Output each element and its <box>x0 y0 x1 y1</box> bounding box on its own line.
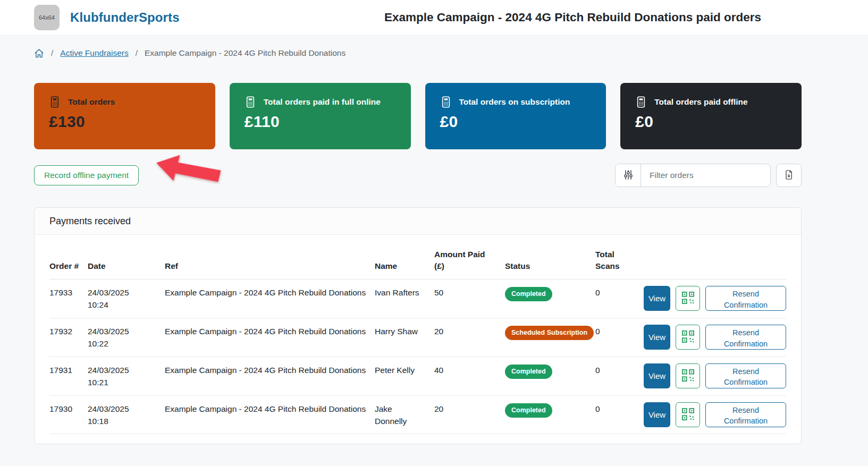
order-ref-cell: Example Campaign - 2024 4G Pitch Rebuild… <box>165 318 375 357</box>
brand-name: KlubfunderSports <box>70 10 180 25</box>
column-header-order: Order # <box>49 238 88 279</box>
sliders-icon <box>623 170 634 182</box>
qr-code-icon <box>681 369 695 384</box>
order-ref-cell: Example Campaign - 2024 4G Pitch Rebuild… <box>165 357 375 395</box>
qr-code-icon <box>681 291 695 306</box>
filter-orders-input[interactable] <box>641 164 770 187</box>
calculator-icon <box>440 96 452 108</box>
order-date: 24/03/2025 <box>88 365 156 377</box>
stat-card-3: Total orders paid offline £0 <box>620 83 802 149</box>
app-header: 64x64 KlubfunderSports Example Campaign … <box>0 0 868 36</box>
filter-button[interactable] <box>616 164 641 187</box>
stat-cards-row: Total orders £130 Total orders paid in f… <box>34 83 802 149</box>
table-header-row: Order # Date Ref Name Amount Paid (£) St… <box>49 238 786 279</box>
stat-card-value: £0 <box>635 113 787 131</box>
order-time: 10:24 <box>88 299 156 311</box>
customer-name-cell: Peter Kelly <box>375 357 434 395</box>
logo-placeholder: 64x64 <box>34 5 60 30</box>
file-download-icon <box>783 170 794 182</box>
payments-table: Order # Date Ref Name Amount Paid (£) St… <box>49 238 786 434</box>
order-number-cell: 17930 <box>49 395 88 434</box>
table-row-1: 17932 24/03/2025 10:22 Example Campaign … <box>49 318 786 357</box>
column-header-actions <box>644 238 786 279</box>
breadcrumb-separator: / <box>51 48 53 58</box>
table-controls <box>615 164 802 187</box>
qr-code-button[interactable] <box>676 286 700 311</box>
column-header-ref: Ref <box>165 238 375 279</box>
status-badge: Completed <box>505 403 552 418</box>
breadcrumb: / Active Fundraisers / Example Campaign … <box>34 47 802 58</box>
column-header-date: Date <box>88 238 165 279</box>
breadcrumb-link-active-fundraisers[interactable]: Active Fundraisers <box>60 48 128 58</box>
stat-card-label: Total orders paid offline <box>654 97 747 107</box>
column-header-scans: Total Scans <box>595 238 644 279</box>
view-button[interactable]: View <box>644 363 670 388</box>
stat-card-value: £130 <box>49 113 200 131</box>
qr-code-button[interactable] <box>676 402 700 427</box>
total-scans-cell: 0 <box>595 395 644 434</box>
column-header-name: Name <box>375 238 434 279</box>
stat-card-1: Total orders paid in full online £110 <box>230 83 411 149</box>
resend-confirmation-button[interactable]: Resend Confirmation <box>705 402 786 427</box>
export-button[interactable] <box>776 164 802 187</box>
order-number-cell: 17932 <box>49 318 88 357</box>
customer-name-cell: Ivan Rafters <box>375 279 434 318</box>
annotation-arrow <box>151 148 223 196</box>
filter-group <box>615 164 771 187</box>
order-time: 10:21 <box>88 377 156 389</box>
record-offline-payment-button[interactable]: Record offline payment <box>34 165 139 185</box>
stat-card-label: Total orders on subscription <box>459 97 570 107</box>
column-header-amount: Amount Paid (£) <box>434 238 505 279</box>
logo-placeholder-text: 64x64 <box>39 14 55 21</box>
stat-card-label: Total orders paid in full online <box>264 97 381 107</box>
view-button[interactable]: View <box>644 402 670 427</box>
calculator-icon <box>635 96 647 108</box>
calculator-icon <box>245 96 256 108</box>
resend-confirmation-button[interactable]: Resend Confirmation <box>705 325 786 350</box>
payments-panel-header: Payments received <box>35 208 801 235</box>
order-time: 10:18 <box>88 416 156 428</box>
qr-code-icon <box>681 408 695 422</box>
stat-card-value: £110 <box>245 113 396 131</box>
total-scans-cell: 0 <box>595 279 644 318</box>
column-header-status: Status <box>505 238 595 279</box>
annotation-arrow-shape <box>153 150 222 191</box>
total-scans-cell: 0 <box>595 357 644 395</box>
payments-panel-title: Payments received <box>49 216 131 226</box>
order-date: 24/03/2025 <box>88 403 156 416</box>
table-row-0: 17933 24/03/2025 10:24 Example Campaign … <box>49 279 786 318</box>
breadcrumb-current-page: Example Campaign - 2024 4G Pitch Rebuild… <box>145 48 345 58</box>
table-row-2: 17931 24/03/2025 10:21 Example Campaign … <box>49 357 786 395</box>
amount-paid-cell: 20 <box>434 395 505 434</box>
view-button[interactable]: View <box>644 286 670 311</box>
stat-card-value: £0 <box>440 113 592 131</box>
order-ref-cell: Example Campaign - 2024 4G Pitch Rebuild… <box>165 395 375 434</box>
customer-name-cell: Harry Shaw <box>375 318 434 357</box>
order-time: 10:22 <box>88 338 156 350</box>
table-row-3: 17930 24/03/2025 10:18 Example Campaign … <box>49 395 786 434</box>
status-badge: Completed <box>505 365 552 379</box>
page-title: Example Campaign - 2024 4G Pitch Rebuild… <box>277 11 868 24</box>
resend-confirmation-button[interactable]: Resend Confirmation <box>705 363 786 388</box>
order-date: 24/03/2025 <box>88 287 156 299</box>
resend-confirmation-button[interactable]: Resend Confirmation <box>705 286 786 311</box>
breadcrumb-separator: / <box>136 48 138 58</box>
amount-paid-cell: 40 <box>434 357 505 395</box>
qr-code-button[interactable] <box>676 363 700 388</box>
status-badge: Scheduled Subscription <box>505 326 594 341</box>
payments-panel: Payments received Order # Date Ref Name … <box>34 207 802 444</box>
order-ref-cell: Example Campaign - 2024 4G Pitch Rebuild… <box>165 279 375 318</box>
amount-paid-cell: 50 <box>434 279 505 318</box>
order-date: 24/03/2025 <box>88 326 156 338</box>
stat-card-2: Total orders on subscription £0 <box>425 83 606 149</box>
calculator-icon <box>49 96 61 108</box>
qr-code-button[interactable] <box>676 325 700 350</box>
view-button[interactable]: View <box>644 325 670 350</box>
status-badge: Completed <box>505 287 552 302</box>
order-number-cell: 17933 <box>49 279 88 318</box>
total-scans-cell: 0 <box>595 318 644 357</box>
qr-code-icon <box>681 330 695 345</box>
stat-card-label: Total orders <box>68 97 115 107</box>
stat-card-0: Total orders £130 <box>34 83 215 149</box>
home-icon[interactable] <box>34 48 44 58</box>
